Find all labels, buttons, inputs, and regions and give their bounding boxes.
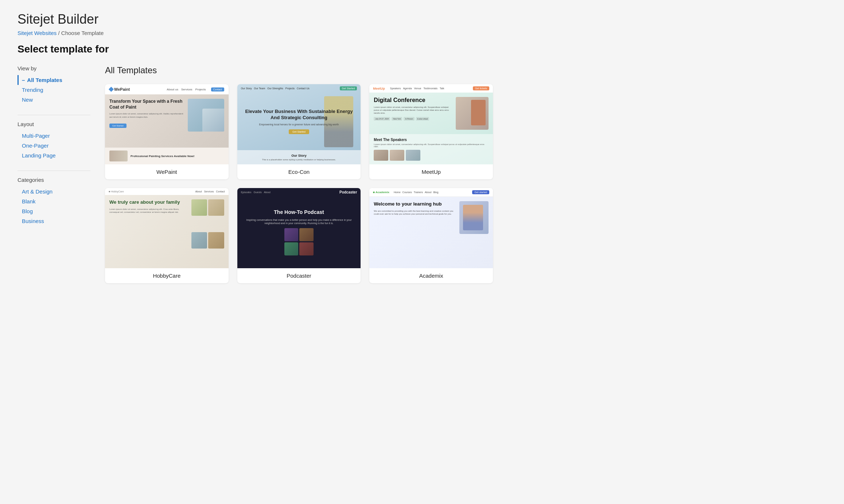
hc-hero-desc: Lorem ipsum dolor sit amet, consectetur … xyxy=(109,208,188,214)
template-card-academix[interactable]: ■ Academix HomeCoursesTrainersAboutBlog … xyxy=(369,188,493,283)
acad-nav: ■ Academix HomeCoursesTrainersAboutBlog … xyxy=(369,188,493,197)
wp-hero-text: Transform Your Space with a Fresh Coat o… xyxy=(109,99,185,143)
pod-nav: EpisodesGuestsAbout Podcaster xyxy=(237,188,361,196)
sidebar-item-all-templates[interactable]: All Templates xyxy=(17,75,90,85)
breadcrumb-link[interactable]: Sitejet Websites xyxy=(17,30,57,36)
template-label-ecocon: Eco-Con xyxy=(237,164,361,179)
mu-speaker-1 xyxy=(374,150,388,161)
acad-hero-image xyxy=(459,201,489,234)
hc-image-1 xyxy=(191,199,207,216)
ec-hero: Elevate Your Business With Sustainable E… xyxy=(237,93,361,150)
ec-hero-btn: Get Started xyxy=(289,129,309,134)
sidebar-categories-nav: Art & Design Blank Blog Business xyxy=(17,187,90,226)
mu-badge-type: In Person xyxy=(404,117,414,121)
template-card-hobbycare[interactable]: ■ HobbyCare AboutServicesContact We trul… xyxy=(105,188,229,283)
mu-hero-text: Digital Conference Lorem ipsum dolor sit… xyxy=(374,97,452,130)
ec-hero-title: Elevate Your Business With Sustainable E… xyxy=(243,109,355,121)
hc-logo: ■ HobbyCare xyxy=(109,190,124,193)
hc-image-4 xyxy=(208,232,224,249)
template-preview-meetup: MeetUp SpeakersAgendaVenueTestimonialsTa… xyxy=(369,84,493,164)
wp-hero-btn: Get Started xyxy=(109,124,127,128)
ec-person-image xyxy=(324,96,353,147)
mu-hero: Digital Conference Lorem ipsum dolor sit… xyxy=(369,93,493,134)
sidebar-item-new[interactable]: New xyxy=(17,95,90,105)
mu-speaker-2 xyxy=(390,150,404,161)
hc-hero-title: We truly care about your family xyxy=(109,199,188,206)
wp-hero-image xyxy=(188,99,224,132)
hc-nav-links: AboutServicesContact xyxy=(195,190,225,193)
pod-image-1 xyxy=(284,228,299,241)
template-label-meetup: MeetUp xyxy=(369,164,493,179)
sidebar-item-one-pager[interactable]: One-Pager xyxy=(17,141,90,151)
app-title: Sitejet Builder xyxy=(17,12,493,27)
template-label-podcaster: Podcaster xyxy=(237,268,361,283)
wp-nav-cta: Contact xyxy=(211,87,224,91)
layout-label: Layout xyxy=(17,121,90,127)
wp-logo: WePaint xyxy=(109,87,130,91)
acad-logo: ■ Academix xyxy=(373,191,389,194)
sidebar-divider-1 xyxy=(17,115,90,115)
pod-subtitle: Inspiring conversations that make you a … xyxy=(242,218,357,226)
pod-title: The How-To Podcast xyxy=(274,209,324,215)
hc-hero-images xyxy=(191,199,224,264)
ec-cta-btn: Get Started xyxy=(340,86,357,90)
mu-badge-date: July 24-27, 2024 xyxy=(374,117,390,121)
acad-cta-btn: Get started xyxy=(472,190,489,194)
mu-hero-desc: Lorem ipsum dolor sit amet, consectetur … xyxy=(374,106,452,115)
template-card-meetup[interactable]: MeetUp SpeakersAgendaVenueTestimonialsTa… xyxy=(369,84,493,179)
hc-image-3 xyxy=(191,232,207,249)
wp-bottom: Professional Painting Services Available… xyxy=(105,148,229,164)
sidebar-item-blog[interactable]: Blog xyxy=(17,206,90,216)
sidebar-item-multi-pager[interactable]: Multi-Pager xyxy=(17,131,90,141)
pod-images xyxy=(284,228,314,255)
mu-speakers-section: Meet The Speakers Lorem ipsum dolor sit … xyxy=(369,134,493,164)
mu-badge-virtual: & also virtual xyxy=(416,117,429,121)
template-label-wepaint: WePaint xyxy=(105,164,229,179)
categories-label: Categories xyxy=(17,177,90,183)
ec-nav-links: Our StoryOur TeamOur StrengthsProjectsCo… xyxy=(241,87,310,90)
hc-hero-text: We truly care about your family Lorem ip… xyxy=(109,199,188,264)
mu-hero-title: Digital Conference xyxy=(374,97,452,103)
wp-hero-desc: Lorem ipsum dolor sit amet, consectetur … xyxy=(109,112,185,118)
ec-story-text: This is a placeholder some styling a pre… xyxy=(242,159,357,161)
sidebar-item-art-design[interactable]: Art & Design xyxy=(17,187,90,196)
template-preview-wepaint: WePaint About usServicesProjects Contact… xyxy=(105,84,229,164)
pod-image-2 xyxy=(299,228,314,241)
pod-hero: The How-To Podcast Inspiring conversatio… xyxy=(237,196,361,268)
template-label-hobbycare: HobbyCare xyxy=(105,268,229,283)
hc-hero: We truly care about your family Lorem ip… xyxy=(105,195,229,268)
sidebar-item-blank[interactable]: Blank xyxy=(17,196,90,206)
acad-hero: Welcome to your learning hub We are comm… xyxy=(369,197,493,268)
sidebar-item-trending[interactable]: Trending xyxy=(17,85,90,95)
mu-speakers-title: Meet The Speakers xyxy=(374,138,489,142)
sidebar-divider-2 xyxy=(17,171,90,171)
template-card-podcaster[interactable]: EpisodesGuestsAbout Podcaster The How-To… xyxy=(237,188,361,283)
pod-nav-links: EpisodesGuestsAbout xyxy=(241,191,271,194)
ec-story-title: Our Story xyxy=(242,154,357,157)
wp-hero: Transform Your Space with a Fresh Coat o… xyxy=(105,94,229,148)
breadcrumb: Sitejet Websites / Choose Template xyxy=(17,30,493,36)
template-card-wepaint[interactable]: WePaint About usServicesProjects Contact… xyxy=(105,84,229,179)
wp-hero-title: Transform Your Space with a Fresh Coat o… xyxy=(109,99,185,110)
pod-logo: Podcaster xyxy=(339,190,357,194)
template-label-academix: Academix xyxy=(369,268,493,283)
mu-badges: July 24-27, 2024 New York In Person & al… xyxy=(374,117,452,121)
mu-hero-image xyxy=(456,97,489,130)
mu-speakers-desc: Lorem ipsum dolor sit amet, consectetur … xyxy=(374,143,489,148)
mu-badge-location: New York xyxy=(392,117,402,121)
sidebar: View by All Templates Trending New Layou… xyxy=(17,65,90,283)
acad-hero-text: Welcome to your learning hub We are comm… xyxy=(374,201,456,264)
sidebar-item-business[interactable]: Business xyxy=(17,216,90,226)
template-card-ecocon[interactable]: Our StoryOur TeamOur StrengthsProjectsCo… xyxy=(237,84,361,179)
template-preview-podcaster: EpisodesGuestsAbout Podcaster The How-To… xyxy=(237,188,361,268)
templates-section-title: All Templates xyxy=(105,65,493,75)
ec-hero-subtitle: Empowering local heroes for a greener fu… xyxy=(259,123,339,126)
pod-image-3 xyxy=(284,242,299,255)
sidebar-item-landing-page[interactable]: Landing Page xyxy=(17,151,90,160)
main-content: All Templates WePaint About usServicesPr… xyxy=(105,65,493,283)
wp-bottom-text: Professional Painting Services Available… xyxy=(131,155,194,158)
hc-nav: ■ HobbyCare AboutServicesContact xyxy=(105,188,229,195)
templates-grid: WePaint About usServicesProjects Contact… xyxy=(105,84,493,283)
acad-nav-links: HomeCoursesTrainersAboutBlog xyxy=(394,191,439,194)
template-preview-hobbycare: ■ HobbyCare AboutServicesContact We trul… xyxy=(105,188,229,268)
